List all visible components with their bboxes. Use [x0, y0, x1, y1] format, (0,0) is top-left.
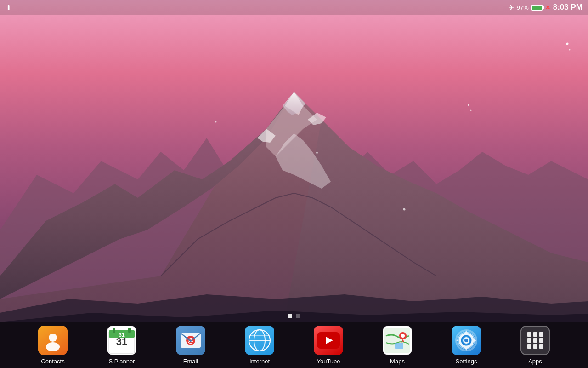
dock-item-maps[interactable]: Maps — [377, 326, 418, 365]
svg-rect-28 — [395, 343, 403, 349]
maps-label: Maps — [390, 358, 405, 365]
battery-percentage: 97% — [517, 4, 529, 11]
apps-icon — [520, 326, 550, 355]
svg-point-3 — [468, 104, 469, 106]
signal-icon: ✕ — [545, 4, 550, 11]
svg-rect-43 — [527, 344, 531, 349]
svg-text:@: @ — [187, 337, 194, 344]
dock: Contacts 31 31 S Planner @ Email — [0, 322, 588, 368]
svg-rect-39 — [539, 332, 543, 337]
settings-label: Settings — [456, 358, 477, 365]
dock-item-contacts[interactable]: Contacts — [32, 326, 74, 365]
internet-icon — [245, 326, 274, 355]
status-right: ✈ 97% ✕ 8:03 PM — [508, 3, 582, 12]
svg-text:31: 31 — [116, 336, 127, 347]
svg-point-7 — [215, 121, 217, 123]
youtube-icon — [314, 326, 343, 355]
email-icon: @ — [176, 326, 205, 355]
page-indicator — [288, 314, 300, 318]
svg-rect-12 — [113, 328, 115, 333]
svg-point-36 — [464, 339, 468, 342]
svg-point-4 — [470, 110, 472, 111]
airplane-mode-icon: ✈ — [508, 3, 514, 12]
svg-rect-40 — [527, 338, 531, 343]
internet-label: Internet — [249, 358, 270, 365]
battery-icon — [531, 5, 543, 11]
dock-item-youtube[interactable]: YouTube — [308, 326, 349, 365]
svg-rect-45 — [539, 344, 543, 349]
dock-item-internet[interactable]: Internet — [239, 326, 280, 365]
dock-item-splanner[interactable]: 31 31 S Planner — [101, 326, 142, 365]
contacts-icon — [38, 326, 68, 355]
svg-rect-37 — [527, 332, 531, 337]
splanner-icon: 31 31 — [107, 326, 136, 355]
status-bar: ⬆ ✈ 97% ✕ 8:03 PM — [0, 0, 588, 15]
svg-point-1 — [566, 43, 569, 45]
contacts-label: Contacts — [41, 358, 64, 365]
svg-point-5 — [403, 208, 406, 211]
battery-indicator — [531, 5, 543, 11]
youtube-label: YouTube — [317, 358, 340, 365]
maps-icon — [383, 326, 412, 355]
svg-rect-13 — [128, 328, 131, 333]
dock-item-settings[interactable]: Settings — [446, 326, 487, 365]
svg-rect-38 — [533, 332, 537, 337]
svg-point-9 — [46, 342, 60, 351]
splanner-label: S Planner — [108, 358, 135, 365]
time-display: 8:03 PM — [553, 3, 582, 12]
dock-item-email[interactable]: @ Email — [170, 326, 211, 365]
page-dot-inactive — [296, 314, 300, 318]
svg-point-6 — [316, 152, 318, 154]
svg-rect-42 — [539, 338, 543, 343]
dock-item-apps[interactable]: Apps — [514, 326, 556, 365]
svg-rect-44 — [533, 344, 537, 349]
page-dot-active — [288, 314, 292, 318]
svg-rect-27 — [384, 328, 410, 353]
svg-point-2 — [569, 49, 571, 51]
status-left: ⬆ — [6, 3, 11, 12]
settings-icon — [452, 326, 481, 355]
svg-rect-41 — [533, 338, 537, 343]
svg-point-8 — [49, 334, 57, 342]
usb-icon: ⬆ — [6, 3, 11, 12]
email-label: Email — [183, 358, 198, 365]
apps-label: Apps — [528, 358, 542, 365]
svg-point-30 — [401, 334, 405, 338]
